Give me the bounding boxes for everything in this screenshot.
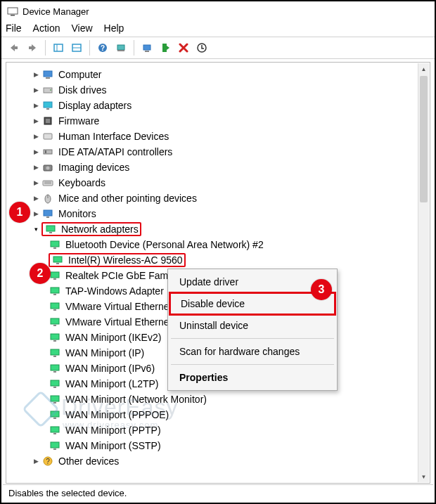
context-properties[interactable]: Properties	[169, 368, 335, 387]
network-adapter-icon	[49, 285, 61, 297]
context-disable-device[interactable]: Disable device	[169, 292, 336, 316]
back-button[interactable]	[6, 39, 23, 56]
svg-rect-39	[53, 247, 56, 249]
svg-rect-64	[51, 442, 59, 448]
tree-category[interactable]: ▶IDE ATA/ATAPI controllers	[6, 144, 430, 160]
firmware-icon	[41, 115, 54, 127]
chevron-right-icon[interactable]: ▶	[32, 67, 40, 82]
network-icon	[44, 223, 57, 235]
tree-category[interactable]: ▶?Other devices	[6, 453, 430, 469]
svg-rect-37	[49, 232, 52, 233]
tree-device[interactable]: Bluetooth Device (Personal Area Network)…	[6, 237, 430, 252]
svg-rect-4	[54, 44, 63, 51]
tree-category[interactable]: ▶Computer	[6, 67, 430, 82]
tree-label: Imaging devices	[58, 160, 129, 175]
svg-rect-14	[162, 44, 167, 52]
disable-button[interactable]	[175, 39, 192, 56]
device-tree: ▶Computer ▶Disk drives ▶Display adapters…	[6, 63, 430, 473]
network-adapter-icon	[49, 377, 61, 390]
tree-device-selected[interactable]: Intel(R) Wireless-AC 9560	[6, 252, 430, 268]
chevron-right-icon[interactable]: ▶	[32, 129, 40, 144]
tree-label: TAP-Windows Adapter	[65, 283, 164, 299]
scroll-thumb[interactable]	[420, 76, 428, 202]
chevron-down-icon[interactable]: ▾	[32, 221, 40, 237]
scan-button[interactable]	[113, 39, 129, 56]
chevron-right-icon[interactable]: ▶	[32, 82, 40, 98]
tree-device[interactable]: WAN Miniport (PPTP)	[6, 422, 430, 438]
tree-label: Other devices	[58, 453, 119, 469]
menu-help[interactable]: Help	[104, 22, 124, 34]
svg-rect-59	[53, 402, 56, 403]
tree-category[interactable]: ▶Disk drives	[6, 82, 430, 98]
uninstall-button[interactable]	[193, 39, 210, 56]
tree-label: WAN Miniport (IP)	[65, 345, 144, 361]
highlight-network: Network adapters	[41, 222, 141, 236]
chevron-right-icon[interactable]: ▶	[32, 453, 40, 469]
tree-label: Human Interface Devices	[58, 129, 169, 144]
tree-label: WAN Miniport (SSTP)	[65, 438, 161, 453]
tree-category[interactable]: ▶Imaging devices	[6, 160, 430, 175]
app-icon	[7, 6, 18, 17]
help-button[interactable]: ?	[94, 39, 111, 56]
svg-rect-17	[46, 77, 50, 79]
context-scan[interactable]: Scan for hardware changes	[169, 342, 335, 361]
tree-label: Keyboards	[58, 175, 105, 190]
tree-label: Disk drives	[58, 82, 106, 98]
statusbar: Disables the selected device.	[3, 484, 433, 501]
tree-label: WAN Miniport (PPPOE)	[65, 407, 169, 422]
svg-rect-38	[51, 241, 59, 247]
svg-rect-35	[46, 217, 49, 218]
chevron-right-icon[interactable]: ▶	[32, 144, 40, 160]
chevron-right-icon[interactable]: ▶	[32, 98, 40, 113]
tree-category[interactable]: ▶Display adapters	[6, 98, 430, 113]
menu-view[interactable]: View	[71, 22, 92, 34]
network-adapter-icon	[49, 393, 61, 406]
tree-category[interactable]: ▶Mice and other pointing devices	[6, 190, 430, 206]
computer-icon	[41, 68, 54, 81]
context-separator	[171, 364, 334, 365]
svg-rect-25	[44, 150, 52, 154]
show-hidden-button[interactable]	[50, 39, 67, 56]
forward-button[interactable]	[24, 39, 41, 56]
svg-rect-65	[53, 448, 56, 450]
network-adapter-icon	[49, 439, 61, 452]
tree-label: Display adapters	[58, 98, 132, 113]
chevron-right-icon[interactable]: ▶	[32, 190, 40, 206]
chevron-right-icon[interactable]: ▶	[32, 113, 40, 129]
svg-rect-54	[51, 365, 59, 370]
chevron-right-icon[interactable]: ▶	[32, 206, 40, 221]
enable-button[interactable]	[157, 39, 174, 56]
view-button[interactable]	[68, 39, 85, 56]
tree-device[interactable]: WAN Miniport (PPPOE)	[6, 407, 430, 422]
tree-category[interactable]: ▶Keyboards	[6, 175, 430, 190]
svg-rect-23	[46, 119, 50, 123]
toolbar-separator	[134, 40, 134, 56]
highlight-selected-device: Intel(R) Wireless-AC 9560	[49, 253, 186, 267]
tree-label: Realtek PCIe GbE Famil	[65, 268, 173, 283]
menu-file[interactable]: File	[6, 22, 22, 34]
svg-rect-62	[51, 427, 59, 432]
chevron-right-icon[interactable]: ▶	[32, 175, 40, 190]
tree-category-network[interactable]: ▾ Network adapters	[6, 221, 430, 237]
chevron-right-icon[interactable]: ▶	[32, 160, 40, 175]
tree-device[interactable]: WAN Miniport (Network Monitor)	[6, 392, 430, 407]
svg-rect-61	[53, 418, 56, 419]
update-driver-button[interactable]	[139, 39, 155, 56]
scroll-up-icon[interactable]: ▲	[418, 63, 429, 75]
tree-category[interactable]: ▶Monitors	[6, 206, 430, 221]
svg-rect-3	[29, 46, 32, 49]
network-adapter-icon	[49, 316, 61, 328]
menu-action[interactable]: Action	[33, 22, 60, 34]
scroll-down-icon[interactable]: ▼	[418, 471, 429, 482]
tree-device[interactable]: WAN Miniport (SSTP)	[6, 438, 430, 453]
tree-label: VMware Virtual Etherne	[65, 314, 169, 330]
mouse-icon	[41, 192, 54, 205]
tree-category[interactable]: ▶Firmware	[6, 113, 430, 129]
tree-category[interactable]: ▶Human Interface Devices	[6, 129, 430, 144]
svg-rect-41	[56, 263, 59, 264]
vertical-scrollbar[interactable]: ▲ ▼	[418, 63, 429, 482]
toolbar-separator	[45, 40, 46, 56]
svg-rect-48	[51, 318, 59, 324]
context-uninstall-device[interactable]: Uninstall device	[169, 316, 335, 335]
svg-rect-50	[51, 334, 59, 340]
